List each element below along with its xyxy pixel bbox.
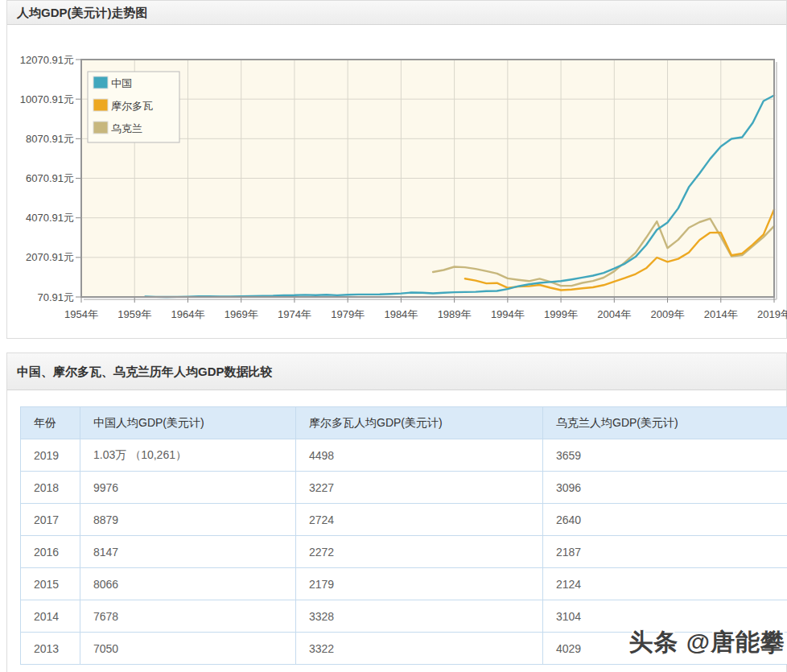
y-axis-label: 8070.91元	[26, 133, 74, 145]
y-axis-label: 6070.91元	[26, 172, 74, 184]
table-row: 2018997632273096	[21, 472, 787, 504]
column-header-0: 年份	[21, 407, 80, 439]
table-row: 2016814722722187	[21, 536, 787, 568]
value-cell: 3096	[543, 472, 787, 504]
legend-swatch-moldova[interactable]	[93, 99, 108, 111]
table-wrap: 年份中国人均GDP(美元计)摩尔多瓦人均GDP(美元计)乌克兰人均GDP(美元计…	[7, 390, 786, 672]
x-axis-label: 1989年	[438, 308, 472, 320]
legend-label-china[interactable]: 中国	[111, 77, 132, 89]
year-cell: 2016	[21, 536, 80, 568]
value-cell: 2124	[543, 568, 787, 600]
gdp-comparison-table: 年份中国人均GDP(美元计)摩尔多瓦人均GDP(美元计)乌克兰人均GDP(美元计…	[20, 406, 787, 665]
y-axis-label: 70.91元	[37, 291, 74, 303]
y-axis-label: 10070.91元	[20, 93, 74, 105]
legend-swatch-ukraine[interactable]	[93, 122, 108, 134]
chart-section-title: 人均GDP(美元计)走势图	[7, 1, 786, 25]
value-cell: 3328	[296, 600, 543, 633]
x-axis-label: 2004年	[597, 308, 631, 320]
table-header-row: 年份中国人均GDP(美元计)摩尔多瓦人均GDP(美元计)乌克兰人均GDP(美元计…	[21, 407, 787, 439]
table-section: 中国、摩尔多瓦、乌克兰历年人均GDP数据比较 年份中国人均GDP(美元计)摩尔多…	[6, 352, 787, 672]
value-cell: 7678	[80, 600, 296, 633]
value-cell: 2272	[296, 536, 543, 568]
x-axis-label: 1984年	[384, 308, 418, 320]
value-cell: 3227	[296, 472, 543, 504]
year-cell: 2013	[21, 633, 80, 665]
y-axis-label: 4070.91元	[26, 212, 74, 224]
value-cell: 2179	[296, 568, 543, 600]
x-axis-label: 1999年	[544, 308, 578, 320]
value-cell: 4498	[296, 439, 543, 472]
value-cell: 3659	[543, 439, 787, 472]
value-cell: 2187	[543, 536, 787, 568]
value-cell: 2724	[296, 504, 543, 536]
column-header-2: 摩尔多瓦人均GDP(美元计)	[296, 407, 543, 439]
year-cell: 2014	[21, 600, 80, 633]
value-cell: 4029	[543, 633, 787, 665]
year-cell: 2018	[21, 472, 80, 504]
table-row: 2014767833283104	[21, 600, 787, 633]
value-cell: 3104	[543, 600, 787, 633]
x-axis-label: 1964年	[171, 308, 205, 320]
value-cell: 1.03万 （10,261）	[80, 439, 296, 472]
value-cell: 8147	[80, 536, 296, 568]
x-axis-label: 1994年	[491, 308, 525, 320]
x-axis-label: 1959年	[117, 308, 151, 320]
x-axis-label: 1954年	[64, 308, 98, 320]
table-section-title: 中国、摩尔多瓦、乌克兰历年人均GDP数据比较	[7, 353, 786, 390]
legend-label-moldova[interactable]: 摩尔多瓦	[111, 100, 153, 112]
legend-swatch-china[interactable]	[93, 76, 108, 89]
x-axis-label: 1979年	[331, 308, 365, 320]
x-axis-label: 1974年	[278, 308, 311, 320]
y-axis-label: 2070.91元	[26, 251, 74, 263]
value-cell: 8879	[80, 504, 296, 536]
x-axis-label: 2014年	[704, 308, 738, 320]
year-cell: 2019	[21, 439, 80, 472]
table-row: 2015806621792124	[21, 568, 787, 600]
value-cell: 2640	[543, 504, 787, 536]
column-header-3: 乌克兰人均GDP(美元计)	[543, 407, 787, 439]
year-cell: 2015	[21, 568, 80, 600]
value-cell: 8066	[80, 568, 296, 600]
legend-label-ukraine[interactable]: 乌克兰	[111, 122, 142, 134]
x-axis-label: 2009年	[651, 308, 685, 320]
table-row: 2013705033224029	[21, 633, 787, 665]
year-cell: 2017	[21, 504, 80, 536]
value-cell: 9976	[80, 472, 296, 504]
table-row: 2017887927242640	[21, 504, 787, 536]
x-axis-label: 1969年	[225, 308, 258, 320]
gdp-trend-chart: 70.91元2070.91元4070.91元6070.91元8070.91元10…	[7, 25, 787, 339]
column-header-1: 中国人均GDP(美元计)	[80, 407, 296, 439]
value-cell: 7050	[80, 633, 296, 665]
value-cell: 3322	[296, 633, 543, 665]
y-axis-label: 12070.91元	[20, 54, 74, 66]
chart-section: 人均GDP(美元计)走势图 70.91元2070.91元4070.91元6070…	[6, 0, 787, 339]
table-row: 20191.03万 （10,261）44983659	[21, 439, 787, 472]
x-axis-label: 2019年	[757, 308, 787, 320]
